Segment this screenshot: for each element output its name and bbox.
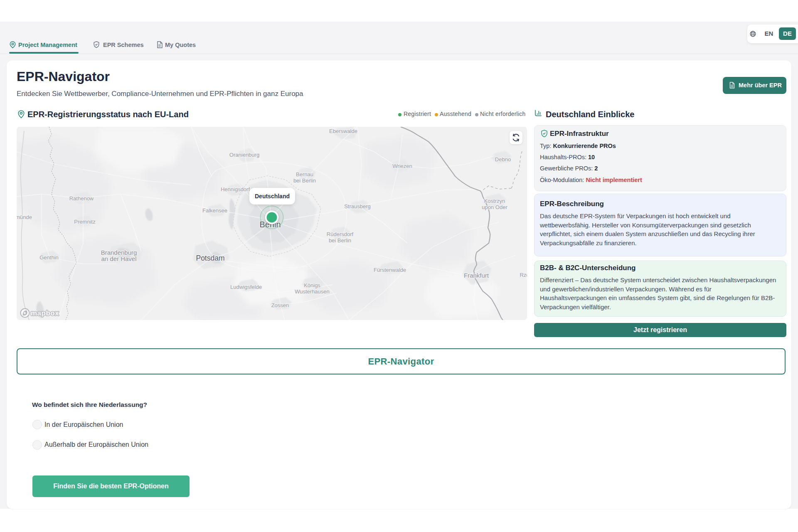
svg-text:mapbox: mapbox xyxy=(31,309,59,317)
svg-text:Fürstenwalde: Fürstenwalde xyxy=(374,267,406,273)
svg-text:Genthin: Genthin xyxy=(39,254,59,261)
svg-text:Hennigsdorf: Hennigsdorf xyxy=(221,186,250,192)
svg-text:Wriezen: Wriezen xyxy=(392,163,412,169)
svg-text:Potsdam: Potsdam xyxy=(196,254,224,262)
svg-text:Rze: Rze xyxy=(520,272,527,278)
svg-text:Premnitz: Premnitz xyxy=(74,219,95,225)
svg-text:Eberswalde: Eberswalde xyxy=(329,128,357,134)
svg-text:bei Berlin: bei Berlin xyxy=(293,177,316,184)
svg-text:Rüdersdorf: Rüdersdorf xyxy=(327,231,354,237)
svg-text:Oranienburg: Oranienburg xyxy=(229,152,259,158)
svg-text:Frankfurt: Frankfurt xyxy=(464,272,489,279)
svg-text:Falkensee: Falkensee xyxy=(202,207,227,214)
svg-text:Kostrzyn: Kostrzyn xyxy=(484,198,505,204)
svg-text:Wusterhausen: Wusterhausen xyxy=(295,288,330,295)
svg-text:Ludwigsfelde: Ludwigsfelde xyxy=(230,284,262,290)
svg-text:Rathenow: Rathenow xyxy=(69,195,94,202)
svg-text:Debno: Debno xyxy=(495,156,511,163)
svg-text:Zossen: Zossen xyxy=(271,302,289,308)
svg-text:bei Berlin: bei Berlin xyxy=(329,237,351,244)
svg-text:Bernau: Bernau xyxy=(296,171,313,177)
svg-text:Deutschland: Deutschland xyxy=(255,193,290,200)
svg-text:Königs: Königs xyxy=(304,282,320,288)
svg-text:an der Havel: an der Havel xyxy=(101,255,136,262)
svg-text:münde: münde xyxy=(17,214,32,220)
svg-text:Strausberg: Strausberg xyxy=(344,203,371,209)
svg-text:upon Oder: upon Oder xyxy=(482,204,507,210)
